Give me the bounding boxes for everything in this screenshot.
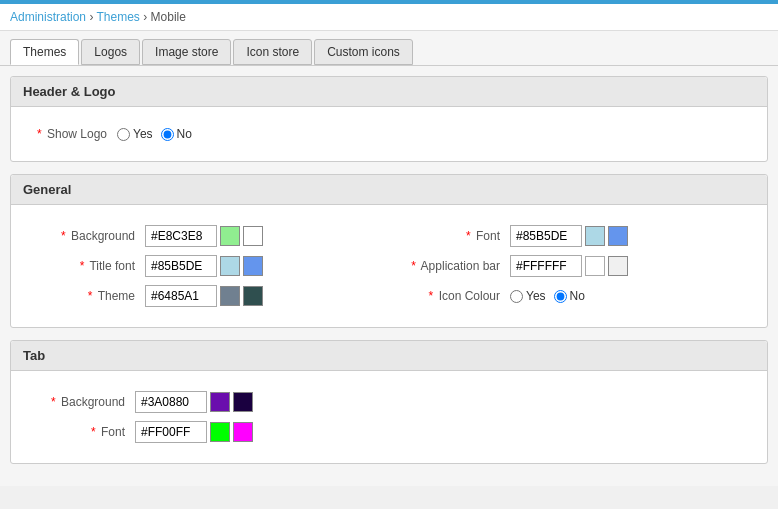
font-required: * [466,229,471,243]
tabs-nav: Themes Logos Image store Icon store Cust… [0,31,778,66]
title-font-label: Title font [89,259,135,273]
tab-row2: * Font #FF00FF [31,421,253,443]
tab-bg-swatch2[interactable] [233,392,253,412]
appbar-swatch2[interactable] [608,256,628,276]
tab-row1: * Background #3A0880 [31,391,253,413]
icon-colour-no-label: No [570,289,585,303]
titlefont-swatch2[interactable] [243,256,263,276]
header-logo-title: Header & Logo [11,77,767,107]
tab-image-store[interactable]: Image store [142,39,231,65]
tab-font-swatch2[interactable] [233,422,253,442]
titlefont-swatch1[interactable] [220,256,240,276]
icon-colour-yes-option[interactable]: Yes [510,289,546,303]
general-row2: * Title font #85B5DE * App [31,255,747,277]
general-row1: * Background #E8C3E8 * Fon [31,225,747,247]
tab-font-label: Font [101,425,125,439]
titlefont-required: * [80,259,85,273]
tab-bg-swatch1[interactable] [210,392,230,412]
tab-font-text-input[interactable]: #FF00FF [135,421,207,443]
icon-colour-radio-group: Yes No [510,289,747,303]
tab-title: Tab [11,341,767,371]
tab-font-color-input: #FF00FF [135,421,253,443]
breadcrumb-admin[interactable]: Administration [10,10,86,24]
icon-colour-yes-radio[interactable] [510,290,523,303]
icon-colour-label: Icon Colour [439,289,500,303]
icon-colour-no-option[interactable]: No [554,289,585,303]
appbar-color-input: #FFFFFF [510,255,628,277]
appbar-required: * [411,259,416,273]
tab-background-text-input[interactable]: #3A0880 [135,391,207,413]
tab-logos[interactable]: Logos [81,39,140,65]
font-label: Font [476,229,500,243]
font-color-input: #85B5DE [510,225,628,247]
main-content: Header & Logo * Show Logo Yes No [0,66,778,486]
show-logo-label: Show Logo [47,127,107,141]
general-title: General [11,175,767,205]
theme-swatch1[interactable] [220,286,240,306]
tab-background-label: Background [61,395,125,409]
background-text-input[interactable]: #E8C3E8 [145,225,217,247]
bg-required: * [61,229,66,243]
breadcrumb: Administration › Themes › Mobile [0,4,778,31]
tab-background-color-input: #3A0880 [135,391,253,413]
font-swatch2[interactable] [608,226,628,246]
icon-colour-no-radio[interactable] [554,290,567,303]
breadcrumb-themes[interactable]: Themes [97,10,140,24]
background-swatch2[interactable] [243,226,263,246]
tab-section: Tab * Background #3A0880 [10,340,768,464]
breadcrumb-mobile: Mobile [151,10,186,24]
tab-themes[interactable]: Themes [10,39,79,65]
font-text-input[interactable]: #85B5DE [510,225,582,247]
background-swatch1[interactable] [220,226,240,246]
general-body: * Background #E8C3E8 * Fon [11,205,767,327]
tab-font-swatch1[interactable] [210,422,230,442]
appbar-text-input[interactable]: #FFFFFF [510,255,582,277]
general-section: General * Background #E8C3E8 [10,174,768,328]
show-logo-no-radio[interactable] [161,128,174,141]
theme-swatch2[interactable] [243,286,263,306]
application-bar-label: Application bar [421,259,500,273]
show-logo-yes-radio[interactable] [117,128,130,141]
general-row3: * Theme #6485A1 * Icon Col [31,285,747,307]
theme-required: * [88,289,93,303]
header-logo-section: Header & Logo * Show Logo Yes No [10,76,768,162]
title-font-text-input[interactable]: #85B5DE [145,255,217,277]
tab-font-required: * [91,425,96,439]
background-label: Background [71,229,135,243]
title-font-color-input: #85B5DE [145,255,263,277]
theme-color-input: #6485A1 [145,285,263,307]
font-swatch1[interactable] [585,226,605,246]
tab-body: * Background #3A0880 [11,371,767,463]
show-logo-yes-label: Yes [133,127,153,141]
show-logo-no-option[interactable]: No [161,127,192,141]
background-color-input: #E8C3E8 [145,225,263,247]
theme-label: Theme [98,289,135,303]
header-logo-body: * Show Logo Yes No [11,107,767,161]
iconcolour-required: * [429,289,434,303]
theme-text-input[interactable]: #6485A1 [145,285,217,307]
required-star: * [37,127,42,141]
tab-icon-store[interactable]: Icon store [233,39,312,65]
show-logo-no-label: No [177,127,192,141]
icon-colour-yes-label: Yes [526,289,546,303]
tab-bg-required: * [51,395,56,409]
show-logo-radio-group: Yes No [117,127,192,141]
appbar-swatch1[interactable] [585,256,605,276]
breadcrumb-sep1: › [89,10,96,24]
tab-custom-icons[interactable]: Custom icons [314,39,413,65]
show-logo-row: * Show Logo Yes No [27,119,751,149]
breadcrumb-sep2: › [143,10,150,24]
show-logo-yes-option[interactable]: Yes [117,127,153,141]
